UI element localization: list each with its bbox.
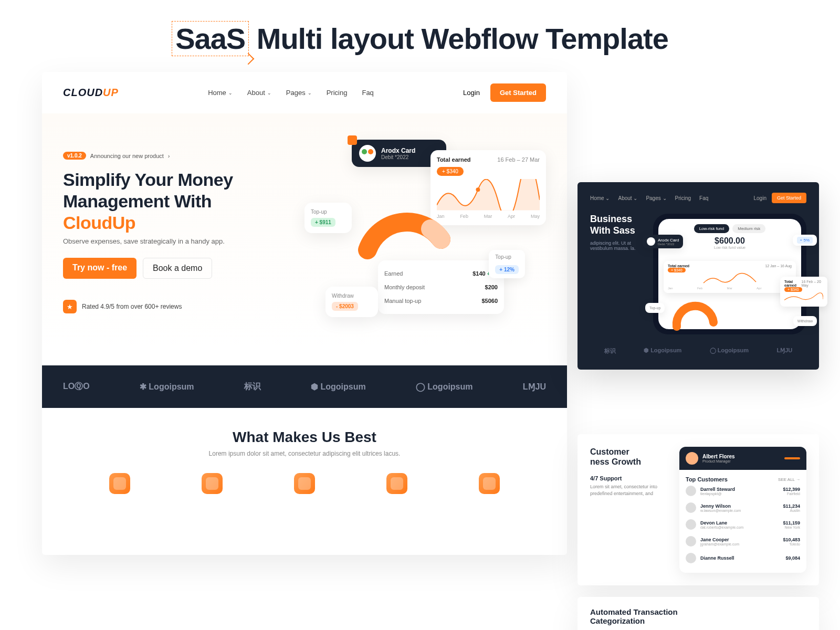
- nav-pages[interactable]: Pages⌄: [286, 89, 312, 97]
- login-link[interactable]: Login: [754, 195, 766, 201]
- chevron-down-icon: ⌄: [228, 90, 233, 96]
- section-title: What Makes Us Best: [42, 429, 567, 446]
- nav-pricing[interactable]: Pricing: [327, 89, 348, 97]
- stats-card: Top-up + 12% Earned$140 +3% Monthly depo…: [378, 260, 504, 314]
- feature-label: 4/7 Support: [590, 475, 669, 481]
- card-accent-icon: [348, 135, 357, 145]
- tab-low-risk[interactable]: Low-risk fund: [694, 224, 730, 233]
- card-chip-icon: [359, 145, 376, 162]
- get-started-button[interactable]: Get Started: [772, 193, 806, 203]
- customer-row[interactable]: Jane Cooperjgraham@example.com$10,483Tol…: [686, 533, 800, 550]
- mini-chart: Total earned12 Jan – 16 Aug + $340 JanFe…: [664, 261, 796, 293]
- feature-icon: [479, 473, 500, 494]
- hero-illustration: Arodx CardDebit *2022 Total earned16 Feb…: [284, 140, 546, 339]
- saas-highlight: SaaS: [172, 21, 249, 56]
- section-title: Automated TransactionCategorization: [590, 607, 806, 625]
- avatar-icon: [686, 486, 696, 496]
- svg-point-0: [476, 187, 480, 192]
- avatar-icon: [686, 553, 696, 563]
- preview-categorization: Automated TransactionCategorization Set …: [578, 597, 819, 630]
- section-title: Customerness Growth: [590, 447, 669, 467]
- navbar: CLOUDUP Home⌄ About⌄ Pages⌄ Pricing Faq …: [42, 72, 567, 113]
- avatar-icon: [686, 452, 698, 465]
- hero-subtitle: adipiscing elit. Ut at vestibulum massa.…: [590, 240, 648, 251]
- rating: ★ Rated 4.9/5 from over 600+ reviews: [63, 300, 284, 313]
- section-subtitle: Lorem ipsum dolor sit amet, consectetur …: [42, 450, 567, 457]
- nav-pricing[interactable]: Pricing: [675, 195, 691, 201]
- mini-chart-2: Total earned16 Feb – 20 May + $340: [780, 277, 827, 307]
- topup-mini: Top-up: [645, 303, 665, 313]
- withdraw-mini: Withdraw: [793, 316, 817, 326]
- partner-logo: ⬢ Logoipsum: [311, 382, 366, 392]
- pct-badge: + 5%: [793, 235, 817, 246]
- chevron-down-icon: ⌄: [267, 90, 271, 96]
- logo-strip-dark: 标识⬢ Logoipsum◯ LogoipsumLⱮJU: [590, 347, 806, 355]
- customer-row[interactable]: Darrell Stewardtienlapspkt@$12,399Fairfi…: [686, 482, 800, 499]
- get-started-button[interactable]: Get Started: [490, 83, 546, 102]
- star-icon: ★: [63, 300, 77, 313]
- tab-medium-risk[interactable]: Medium risk: [732, 224, 765, 233]
- topup-card: Top-up + $911: [304, 203, 352, 233]
- page-heading: SaaS Multi layout Webflow Template: [0, 0, 840, 72]
- hero: v1.0.2 Announcing our new product › Simp…: [42, 113, 567, 350]
- navbar-dark: Home ⌄ About ⌄ Pages ⌄ Pricing Faq Login…: [590, 193, 806, 203]
- phone-mockup: Arodx CardDebit *2022 Low-risk fundMediu…: [653, 214, 806, 334]
- partner-logo: ✱ Logoipsum: [140, 382, 194, 392]
- customer-row[interactable]: Dianne Russell$9,084: [686, 550, 800, 566]
- hero-subtitle: Observe expenses, save strategically in …: [63, 237, 284, 245]
- avatar-icon: [686, 519, 696, 530]
- partner-logo: ◯ Logoipsum: [416, 382, 473, 392]
- feature-description: Lorem sit amet, consectetur into predefi…: [590, 484, 669, 497]
- nav-home[interactable]: Home ⌄: [590, 195, 610, 201]
- nav-faq[interactable]: Faq: [362, 89, 373, 97]
- customer-row[interactable]: Devon Lanedat.roberts@example.com$11,159…: [686, 516, 800, 533]
- partner-logo: LⱮJU: [523, 382, 546, 392]
- feature-icons: [42, 457, 567, 499]
- feature-icon: [202, 473, 223, 494]
- arc-mini-icon: [669, 300, 721, 332]
- login-link[interactable]: Login: [463, 89, 480, 97]
- preview-dark: Home ⌄ About ⌄ Pages ⌄ Pricing Faq Login…: [578, 182, 819, 370]
- hero-title: Simplify Your Money Management With Clou…: [63, 169, 284, 233]
- card-header: Albert FloresProduct Manager: [679, 447, 806, 470]
- nav-about[interactable]: About ⌄: [618, 195, 637, 201]
- chevron-down-icon: ⌄: [308, 90, 312, 96]
- fund-amount: $600.00: [664, 236, 796, 246]
- see-all-link[interactable]: SEE ALL →: [778, 477, 800, 482]
- nav-pages[interactable]: Pages ⌄: [646, 195, 666, 201]
- partner-logo: LOⓆO: [63, 381, 90, 392]
- partner-logo: 标识: [244, 381, 261, 392]
- feature-icon: [294, 473, 315, 494]
- try-now-button[interactable]: Try now - free: [63, 258, 136, 279]
- nav-faq[interactable]: Faq: [699, 195, 708, 201]
- nav-home[interactable]: Home⌄: [208, 89, 233, 97]
- menu-icon[interactable]: [784, 457, 800, 459]
- logo[interactable]: CLOUDUP: [63, 87, 119, 99]
- feature-icon: [386, 473, 407, 494]
- preview-customers: Customerness Growth 4/7 Support Lorem si…: [578, 434, 819, 585]
- arodx-mini-card: Arodx CardDebit *2022: [643, 235, 683, 248]
- preview-main: CLOUDUP Home⌄ About⌄ Pages⌄ Pricing Faq …: [42, 72, 567, 555]
- nav-links: Home⌄ About⌄ Pages⌄ Pricing Faq: [208, 89, 374, 97]
- avatar-icon: [686, 502, 696, 513]
- book-demo-button[interactable]: Book a demo: [143, 258, 212, 279]
- announcement-badge[interactable]: v1.0.2 Announcing our new product ›: [63, 152, 170, 160]
- logo-strip: LOⓆO ✱ Logoipsum 标识 ⬢ Logoipsum ◯ Logoip…: [42, 365, 567, 408]
- nav-about[interactable]: About⌄: [247, 89, 271, 97]
- withdraw-card: Withdraw - $2003: [326, 287, 378, 317]
- customer-row[interactable]: Jenny Wilsonw.lawson@example.com$11,234A…: [686, 499, 800, 516]
- chevron-right-icon: ›: [168, 153, 170, 159]
- topup-tag: Top-up + 12%: [489, 250, 525, 278]
- arc-chart-icon: [352, 182, 457, 266]
- avatar-icon: [686, 536, 696, 547]
- customers-card: Albert FloresProduct Manager Top Custome…: [679, 447, 806, 573]
- hero-title: BusinessWith Sass: [590, 214, 648, 236]
- feature-icon: [109, 473, 130, 494]
- card-title: Top CustomersSEE ALL →: [686, 476, 800, 482]
